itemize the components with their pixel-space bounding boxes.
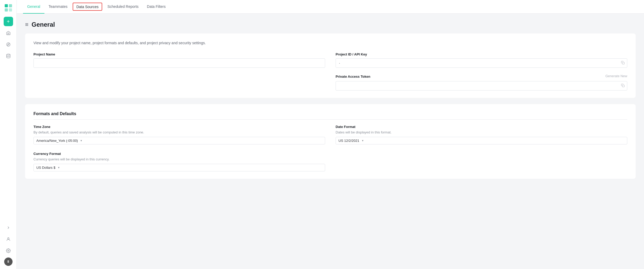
svg-point-4	[7, 43, 10, 46]
tab-scheduled-reports[interactable]: Scheduled Reports	[103, 0, 143, 14]
date-format-group: Date Format Dates will be displayed in t…	[336, 125, 627, 144]
timezone-value: America/New_York (-05:00)	[36, 139, 78, 143]
currency-format-description: Currency queries will be displayed in th…	[33, 157, 325, 161]
copy-icon[interactable]	[621, 61, 625, 65]
settings-icon[interactable]	[4, 246, 13, 255]
private-token-label: Private Access Token	[336, 75, 370, 79]
timezone-group: Time Zone By default, queries and saved …	[33, 125, 325, 144]
add-button[interactable]: +	[4, 17, 13, 26]
svg-point-5	[7, 54, 10, 55]
svg-rect-3	[9, 8, 12, 12]
generate-new-link[interactable]: Generate New	[605, 74, 627, 78]
currency-format-chevron-icon: ▾	[58, 166, 60, 169]
sidebar-bottom: II	[4, 223, 13, 266]
currency-format-select[interactable]: US Dollars $ ▾	[33, 164, 325, 171]
date-format-value: US 12/2/2021	[338, 139, 359, 143]
date-format-select[interactable]: US 12/2/2021 ▾	[336, 137, 627, 144]
date-format-chevron-icon: ▾	[362, 139, 364, 142]
tab-teammates[interactable]: Teammates	[44, 0, 72, 14]
timezone-chevron-icon: ▾	[80, 139, 82, 142]
page-title: General	[32, 21, 55, 28]
timezone-select[interactable]: America/New_York (-05:00) ▾	[33, 137, 325, 144]
svg-rect-1	[9, 4, 12, 7]
svg-rect-8	[622, 62, 624, 64]
page-header: ≡ General	[25, 21, 636, 28]
spacer-left	[33, 74, 325, 91]
expand-icon[interactable]	[4, 223, 13, 232]
home-icon[interactable]	[4, 28, 13, 38]
card-description: View and modify your project name, proje…	[33, 41, 627, 45]
formats-section-title: Formats and Defaults	[33, 111, 627, 120]
svg-point-7	[8, 250, 9, 251]
project-id-label: Project ID / API Key	[336, 52, 627, 56]
currency-format-group: Currency Format Currency queries will be…	[33, 152, 325, 171]
svg-rect-0	[5, 4, 8, 7]
main-area: General Teammates Data Sources Scheduled…	[17, 0, 644, 269]
project-name-label: Project Name	[33, 52, 325, 56]
currency-format-value: US Dollars $	[36, 166, 55, 170]
avatar[interactable]: II	[4, 257, 13, 266]
private-token-input[interactable]	[336, 81, 627, 91]
date-format-label: Date Format	[336, 125, 627, 129]
tab-bar: General Teammates Data Sources Scheduled…	[17, 0, 644, 14]
logo	[4, 3, 13, 13]
project-id-group: Project ID / API Key	[336, 52, 627, 68]
tab-data-sources[interactable]: Data Sources	[73, 3, 102, 11]
project-card: View and modify your project name, proje…	[25, 33, 636, 98]
project-id-input[interactable]	[336, 58, 627, 68]
tab-data-filters[interactable]: Data Filters	[143, 0, 170, 14]
currency-format-label: Currency Format	[33, 152, 325, 156]
copy-icon-2[interactable]	[621, 84, 625, 88]
currency-spacer	[336, 152, 627, 171]
project-name-group: Project Name	[33, 52, 325, 68]
svg-rect-2	[5, 8, 8, 12]
svg-point-6	[8, 238, 9, 239]
date-format-description: Dates will be displayed in this format.	[336, 130, 627, 134]
sidebar: + II	[0, 0, 17, 269]
private-token-input-wrapper	[336, 81, 627, 91]
project-form-grid: Project Name Project ID / API Key	[33, 52, 627, 91]
timezone-description: By default, queries and saved analysis w…	[33, 130, 325, 134]
tab-general[interactable]: General	[23, 0, 44, 14]
private-token-group: Private Access Token Generate New	[336, 74, 627, 91]
page-content: ≡ General View and modify your project n…	[17, 14, 644, 269]
database-icon[interactable]	[4, 51, 13, 61]
project-name-input[interactable]	[33, 58, 325, 68]
project-id-input-wrapper	[336, 58, 627, 68]
svg-rect-9	[622, 85, 624, 87]
timezone-label: Time Zone	[33, 125, 325, 129]
formats-card: Formats and Defaults Time Zone By defaul…	[25, 104, 636, 179]
page-header-icon: ≡	[25, 21, 28, 28]
compass-icon[interactable]	[4, 40, 13, 49]
formats-grid: Time Zone By default, queries and saved …	[33, 125, 627, 171]
person-icon[interactable]	[4, 234, 13, 244]
